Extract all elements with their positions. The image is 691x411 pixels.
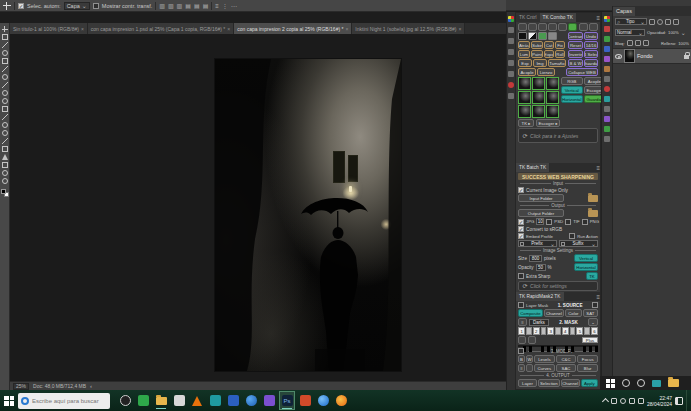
windows-logo-icon[interactable] bbox=[606, 379, 615, 388]
layer-visibility-eye-icon[interactable] bbox=[615, 54, 622, 59]
overflow-icon[interactable]: ⋯ bbox=[231, 3, 237, 9]
folder-icon[interactable] bbox=[588, 210, 598, 217]
document-tab-3-active[interactable]: con capa impresion 2 copia al 25% (RGB/1… bbox=[234, 23, 352, 34]
suffix-dropdown[interactable]: Suffix⌄ bbox=[559, 240, 598, 247]
document-tab-2[interactable]: con capa impresion 1.psd al 25% (Capa 1 … bbox=[88, 23, 234, 34]
half-doc-icon[interactable] bbox=[548, 23, 557, 31]
record-icon[interactable] bbox=[508, 82, 514, 88]
close-icon[interactable]: × bbox=[227, 26, 230, 32]
choose-button[interactable]: Escoger ▸ bbox=[536, 119, 560, 127]
combo-btn[interactable]: Roll bbox=[555, 50, 565, 58]
tk-panel-icon-3[interactable] bbox=[508, 49, 514, 55]
volume-icon[interactable] bbox=[638, 398, 644, 404]
color-button[interactable]: Color bbox=[565, 309, 582, 317]
tk-panel-icon-2[interactable] bbox=[508, 38, 514, 44]
opacity-value[interactable]: 100% bbox=[668, 30, 679, 35]
hidden-icons-caret[interactable] bbox=[602, 398, 609, 405]
save-doc-icon[interactable] bbox=[538, 23, 547, 31]
zone-left-button[interactable] bbox=[518, 336, 526, 344]
app-blue-sphere[interactable] bbox=[316, 392, 330, 409]
mask-thumb[interactable] bbox=[518, 91, 531, 104]
rgb-grid-icon[interactable] bbox=[604, 16, 610, 22]
paint-gray-chip[interactable] bbox=[548, 32, 557, 40]
size-field[interactable]: 800 bbox=[529, 255, 542, 262]
paint-black-chip[interactable] bbox=[518, 32, 527, 40]
app-circle-icon-2[interactable] bbox=[637, 379, 645, 387]
filter-shape-icon[interactable] bbox=[673, 19, 679, 25]
levels-button[interactable]: Levels bbox=[534, 355, 555, 363]
panel-icon-gray-2[interactable] bbox=[604, 106, 610, 112]
flatten-button[interactable]: Acople bbox=[518, 68, 536, 76]
panel-menu-icon[interactable]: ≡ bbox=[596, 15, 600, 21]
color-swatches[interactable] bbox=[1, 189, 9, 197]
fill-value[interactable]: 100% bbox=[678, 41, 689, 46]
mask-key-2[interactable]: 2 bbox=[533, 327, 540, 335]
panel-menu-icon[interactable]: ≡ bbox=[596, 294, 600, 300]
new-doc-icon[interactable] bbox=[518, 23, 527, 31]
layer-thumbnail[interactable] bbox=[624, 49, 635, 63]
combo-btn[interactable]: Subir bbox=[531, 41, 543, 49]
mask-thumb[interactable] bbox=[546, 77, 559, 90]
tray-icon-2[interactable] bbox=[620, 398, 626, 404]
source-option-checkbox[interactable] bbox=[592, 302, 598, 308]
psd-checkbox[interactable] bbox=[546, 219, 552, 225]
history-brush-tool[interactable] bbox=[2, 98, 8, 104]
taskbar-search[interactable] bbox=[18, 393, 110, 409]
blur-button[interactable]: Blur bbox=[577, 364, 598, 372]
mask-preset-dropdown[interactable]: Darks bbox=[529, 319, 549, 326]
gradient-tool[interactable] bbox=[2, 114, 8, 120]
lock-all-icon[interactable] bbox=[643, 40, 649, 46]
blur-tool[interactable] bbox=[2, 122, 8, 128]
layer-filter-dropdown[interactable]: ⌕Tipo⌄ bbox=[615, 18, 647, 25]
taskbar-clock[interactable]: 22:47 28/04/2024 bbox=[647, 395, 672, 407]
vlc-player[interactable] bbox=[190, 392, 204, 409]
combo-btn[interactable]: Atrás bbox=[518, 41, 530, 49]
embed-profile-checkbox[interactable] bbox=[518, 233, 524, 239]
png-checkbox[interactable] bbox=[582, 219, 588, 225]
eyedropper-icon[interactable] bbox=[508, 60, 514, 66]
rgb-button[interactable]: RGB bbox=[561, 77, 583, 85]
move-tool[interactable] bbox=[2, 26, 8, 32]
curves-button[interactable]: Curves bbox=[534, 364, 555, 372]
brush-tool[interactable] bbox=[2, 82, 8, 88]
contract-button[interactable]: Contraer bbox=[568, 32, 583, 40]
dodge-tool[interactable] bbox=[2, 130, 8, 136]
combo-hint[interactable]: ⟳ Click para ir a Ajustes bbox=[518, 128, 598, 143]
mask-thumb[interactable] bbox=[532, 77, 545, 90]
notification-center-icon[interactable] bbox=[675, 397, 683, 405]
bitdepth-button[interactable]: 14/16 bbox=[584, 41, 598, 49]
cc-button[interactable]: C&C bbox=[556, 355, 577, 363]
tif-checkbox[interactable] bbox=[565, 219, 571, 225]
output-apply-button[interactable]: Apply bbox=[581, 379, 598, 387]
lasso-tool[interactable] bbox=[2, 42, 8, 48]
reset-button[interactable]: Reset bbox=[568, 41, 583, 49]
close-icon[interactable]: × bbox=[345, 26, 348, 32]
mail-icon[interactable] bbox=[652, 380, 661, 387]
mask-key-4[interactable]: 4 bbox=[562, 327, 569, 335]
input-folder-button[interactable]: Input Folder bbox=[518, 194, 564, 202]
align-middle-icon[interactable]: ▤ bbox=[194, 3, 200, 9]
mask-thumb[interactable] bbox=[518, 105, 531, 118]
document-tab-1[interactable]: Sin título-1 al 100% (RGB/8#)× bbox=[10, 23, 88, 34]
app-document[interactable] bbox=[172, 392, 186, 409]
photoshop-taskbar-active[interactable] bbox=[280, 392, 294, 409]
app-blue[interactable] bbox=[226, 392, 240, 409]
plus-button[interactable]: Plus bbox=[582, 337, 598, 343]
prefix-dropdown[interactable]: Prefix⌄ bbox=[518, 240, 557, 247]
layer-mask-checkbox[interactable] bbox=[518, 302, 524, 308]
combo-btn[interactable]: Paint bbox=[531, 50, 543, 58]
tab-tk-batch[interactable]: TK Batch TK bbox=[516, 163, 549, 172]
sat-button[interactable]: SAT bbox=[583, 309, 598, 317]
tab-capas[interactable]: Capas bbox=[613, 7, 635, 16]
zoom-level-field[interactable]: 25% bbox=[13, 383, 29, 390]
eyedropper-tool[interactable] bbox=[2, 66, 8, 72]
panel-icon-gray-1[interactable] bbox=[604, 76, 610, 82]
view-50-icon[interactable] bbox=[579, 23, 588, 31]
edge-browser[interactable] bbox=[244, 392, 258, 409]
tab-tk-cntrl[interactable]: TK Cntrl bbox=[516, 13, 540, 22]
bw-button[interactable]: B & W bbox=[568, 59, 583, 67]
combo-btn[interactable]: Expo bbox=[544, 50, 554, 58]
app-circle-icon-1[interactable] bbox=[622, 379, 630, 387]
align-left-icon[interactable]: ▥ bbox=[159, 3, 165, 9]
lock-transparent-icon[interactable] bbox=[627, 40, 633, 46]
